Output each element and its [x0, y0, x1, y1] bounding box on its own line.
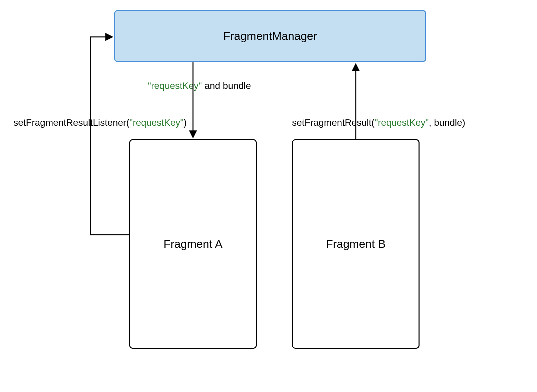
label-set-listener-prefix: setFragmentResultListener( [13, 117, 129, 128]
diagram-stage: FragmentManager Fragment A Fragment B se… [0, 0, 537, 392]
label-deliver-suffix: and bundle [202, 80, 251, 91]
box-fragment-a: Fragment A [129, 139, 257, 349]
label-deliver-key: "requestKey" [148, 80, 202, 91]
label-set-listener-suffix: ) [184, 117, 187, 128]
label-set-result-suffix: , bundle) [429, 117, 465, 128]
label-set-listener: setFragmentResultListener("requestKey") [13, 117, 187, 128]
arrow-listener [91, 37, 129, 235]
label-set-listener-key: "requestKey" [129, 117, 184, 128]
label-set-result-prefix: setFragmentResult( [292, 117, 375, 128]
box-fragment-b: Fragment B [292, 139, 420, 349]
box-fragment-manager-label: FragmentManager [223, 30, 317, 43]
label-deliver: "requestKey" and bundle [148, 80, 251, 91]
label-set-result-key: "requestKey" [375, 117, 429, 128]
box-fragment-manager: FragmentManager [114, 10, 426, 62]
box-fragment-a-label: Fragment A [163, 237, 223, 250]
label-set-result: setFragmentResult("requestKey", bundle) [292, 117, 465, 128]
box-fragment-b-label: Fragment B [326, 237, 386, 250]
